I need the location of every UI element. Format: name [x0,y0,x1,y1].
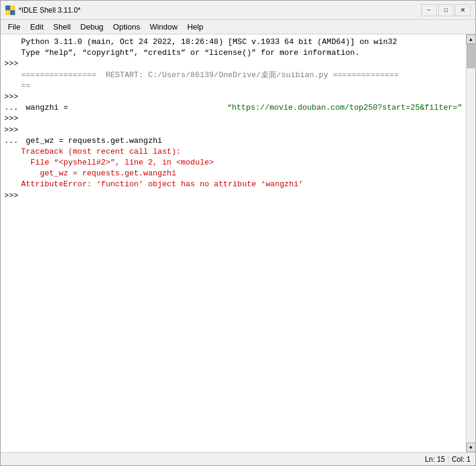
scroll-thumb[interactable] [467,44,475,68]
line-10: ... get_wz = requests.get.wangzhi [4,136,462,146]
line-11: Traceback (most recent call last): [4,146,462,157]
scroll-track[interactable] [466,44,475,442]
content-10: get_wz = requests.get.wangzhi [21,136,462,146]
line-8: >>> [4,113,462,124]
scrollbar: ▲ ▼ [466,34,475,452]
content-7a: wangzhi = [21,102,227,113]
svg-rect-0 [5,5,10,10]
content-8 [21,113,462,124]
line-1: Python 3.11.0 (main, Oct 24 2022, 18:26:… [4,37,462,48]
menu-help[interactable]: Help [183,21,208,33]
line-14: AttributeError: ‘function’ object has no… [4,179,462,190]
status-bar: Ln: 15 | Col: 1 [1,452,475,465]
scroll-up-button[interactable]: ▲ [466,34,476,44]
menu-file[interactable]: File [3,21,25,33]
line-number: Ln: 15 [425,455,445,464]
prompt-7: ... [4,102,21,113]
line-9: >>> [4,125,462,136]
prompt-11 [4,146,21,157]
prompt-13 [4,168,21,179]
line-13: get_wz = requests.get.wangzhi [4,168,462,179]
prompt-4 [4,70,21,81]
content-9 [21,125,462,136]
prompt-8: >>> [4,113,21,124]
content-15 [21,190,462,201]
close-button[interactable]: ✕ [455,4,471,16]
title-bar: *IDLE Shell 3.11.0* − □ ✕ [1,1,475,20]
line-5: == [4,81,462,92]
line-6: >>> [4,92,462,102]
title-controls: − □ ✕ [421,4,471,16]
prompt-14 [4,179,21,190]
menu-shell[interactable]: Shell [48,21,75,33]
col-number: Col: 1 [452,455,471,464]
menu-window[interactable]: Window [145,21,182,33]
content-3 [21,58,462,69]
content-5: == [21,81,462,92]
line-12: File “<pyshell#2>”, line 2, in <module> [4,157,462,168]
prompt-1 [4,37,21,48]
svg-rect-3 [10,10,15,15]
svg-rect-2 [5,10,10,15]
prompt-2 [4,48,21,58]
line-3: >>> [4,58,462,69]
prompt-5 [4,81,21,92]
content-1: Python 3.11.0 (main, Oct 24 2022, 18:26:… [21,37,462,48]
line-15: >>> [4,190,462,201]
svg-rect-1 [10,5,15,10]
maximize-button[interactable]: □ [438,4,454,16]
line-7: ... wangzhi = “https://movie.douban.com/… [4,102,462,113]
content-6 [21,92,462,102]
content-11: Traceback (most recent call last): [21,146,462,157]
prompt-15: >>> [4,190,21,201]
prompt-3: >>> [4,58,21,69]
prompt-9: >>> [4,125,21,136]
python-icon [5,5,15,15]
content-2: Type “help”, “copyright”, “credits” or “… [21,48,462,58]
line-2: Type “help”, “copyright”, “credits” or “… [4,48,462,58]
shell-text-area[interactable]: Python 3.11.0 (main, Oct 24 2022, 18:26:… [1,34,466,452]
main-window: *IDLE Shell 3.11.0* − □ ✕ File Edit Shel… [0,0,476,466]
menu-bar: File Edit Shell Debug Options Window Hel… [1,20,475,34]
separator: | [448,455,449,464]
content-7b: “https://movie.douban.com/top250?start=2… [227,102,462,113]
content-14: AttributeError: ‘function’ object has no… [21,179,462,190]
minimize-button[interactable]: − [421,4,437,16]
prompt-10: ... [4,136,21,146]
scroll-down-button[interactable]: ▼ [466,442,476,452]
shell-content: Python 3.11.0 (main, Oct 24 2022, 18:26:… [1,34,475,452]
content-12: File “<pyshell#2>”, line 2, in <module> [21,157,462,168]
title-bar-left: *IDLE Shell 3.11.0* [5,5,81,15]
menu-options[interactable]: Options [108,21,145,33]
content-4: ================ RESTART: C:/Users/86139… [21,70,462,81]
prompt-12 [4,157,21,168]
menu-debug[interactable]: Debug [75,21,108,33]
window-title: *IDLE Shell 3.11.0* [19,6,81,14]
menu-edit[interactable]: Edit [25,21,48,33]
line-4: ================ RESTART: C:/Users/86139… [4,70,462,81]
prompt-6: >>> [4,92,21,102]
content-13: get_wz = requests.get.wangzhi [21,168,462,179]
